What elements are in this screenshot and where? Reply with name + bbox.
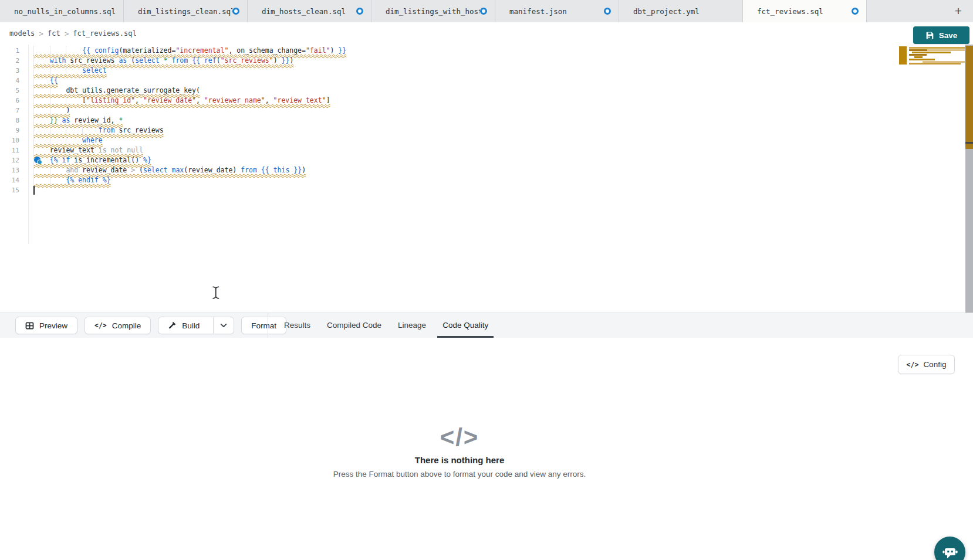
new-tab-button[interactable]: + <box>948 0 968 22</box>
line-number: 12 <box>0 155 19 165</box>
breadcrumb-segment[interactable]: fct <box>48 29 60 38</box>
config-button-label: Config <box>923 360 946 369</box>
tab-label: dim_listings_clean.sql <box>138 7 232 16</box>
dbt-ide-window: no_nulls_in_columns.sqldim_listings_clea… <box>0 0 973 560</box>
line-number: 2 <box>0 56 19 66</box>
code-line-3[interactable]: 3 select <box>0 66 957 76</box>
empty-state-subtitle: Press the Format button above to format … <box>225 470 694 478</box>
line-number: 15 <box>0 185 19 195</box>
empty-state: </> There is nothing here Press the Form… <box>225 423 694 478</box>
code-text: }} as review_id, * <box>33 116 123 125</box>
line-number: 4 <box>0 76 19 86</box>
breadcrumb-segment[interactable]: models <box>9 29 35 38</box>
code-text: select <box>33 66 107 76</box>
tab-label: fct_reviews.sql <box>757 7 823 16</box>
hammer-icon <box>168 321 177 330</box>
text-cursor-pointer <box>212 286 220 299</box>
unsaved-dot-icon <box>232 8 239 15</box>
code-line-10[interactable]: 10 where <box>0 135 957 145</box>
code-text: {{ config(materialized="incremental", on… <box>33 46 346 56</box>
line-number: 7 <box>0 106 19 116</box>
code-line-2[interactable]: 2 with src_reviews as (select * from {{ … <box>0 56 957 66</box>
code-text: ["listing_id", "review_date", "reviewer_… <box>33 96 330 106</box>
code-line-6[interactable]: 6 ["listing_id", "review_date", "reviewe… <box>0 96 957 106</box>
code-text: and review_date > (select max(review_dat… <box>33 165 306 175</box>
code-text: dbt_utils.generate_surrogate_key( <box>33 86 200 96</box>
tab-label: dbt_project.yml <box>633 7 700 16</box>
chevron-down-icon <box>219 321 228 330</box>
tab-no_nulls_in_columns.sql[interactable]: no_nulls_in_columns.sql <box>0 0 124 22</box>
line-number: 8 <box>0 116 19 125</box>
tab-dim_listings_clean.sql[interactable]: dim_listings_clean.sql <box>124 0 248 22</box>
tab-label: dim_listings_with_hosts.sql <box>386 7 480 16</box>
tab-fct_reviews.sql[interactable]: fct_reviews.sql <box>743 0 867 22</box>
tab-label: dim_hosts_clean.sql <box>262 7 346 16</box>
file-tab-bar: no_nulls_in_columns.sqldim_listings_clea… <box>0 0 973 22</box>
toolbar-buttons: Preview</>CompileBuildFormat <box>15 317 286 334</box>
button-label: Build <box>182 321 200 330</box>
code-editor[interactable]: 1 {{ config(materialized="incremental", … <box>0 45 973 313</box>
button-label: Format <box>251 321 276 330</box>
build-dropdown-button[interactable] <box>213 317 234 334</box>
tab-label: manifest.json <box>509 7 567 16</box>
breadcrumb: models>fct>fct_reviews.sql <box>9 29 137 38</box>
code-line-8[interactable]: 8 }} as review_id, * <box>0 116 957 125</box>
code-line-15[interactable]: 15 <box>0 185 957 195</box>
config-button[interactable]: </> Config <box>898 355 955 374</box>
text-caret <box>33 186 35 195</box>
code-quality-panel: </> Config </> There is nothing here Pre… <box>0 338 973 560</box>
line-number: 11 <box>0 145 19 155</box>
code-text: review_text is not null <box>33 145 143 155</box>
button-label: Compile <box>112 321 141 330</box>
tab-results[interactable]: Results <box>276 313 319 338</box>
code-line-1[interactable]: 1 {{ config(materialized="incremental", … <box>0 46 957 56</box>
result-tabs: ResultsCompiled CodeLineageCode Quality <box>276 313 496 338</box>
preview-button[interactable]: Preview <box>15 317 77 334</box>
line-number: 3 <box>0 66 19 76</box>
breadcrumb-segment[interactable]: fct_reviews.sql <box>73 29 136 38</box>
code-line-14[interactable]: 14 {% endif %} <box>0 175 957 185</box>
line-number: 10 <box>0 135 19 145</box>
chevron-right-icon: > <box>39 29 43 38</box>
tab-manifest.json[interactable]: manifest.json <box>495 0 619 22</box>
save-button[interactable]: Save <box>913 26 969 44</box>
code-icon: </> <box>907 361 919 369</box>
unsaved-dot-icon <box>852 8 859 15</box>
code-line-5[interactable]: 5 dbt_utils.generate_surrogate_key( <box>0 86 957 96</box>
code-text: {{ <box>33 76 58 86</box>
scrollbar-position-marker <box>965 142 973 144</box>
code-text: from src_reviews <box>33 125 164 135</box>
code-line-11[interactable]: 11 review_text is not null <box>0 145 957 155</box>
code-line-4[interactable]: 4 {{ <box>0 76 957 86</box>
tab-lineage[interactable]: Lineage <box>390 313 434 338</box>
save-icon <box>925 31 934 40</box>
toolbar-divider <box>268 313 268 338</box>
code-line-9[interactable]: 9 from src_reviews <box>0 125 957 135</box>
code-brackets-icon: </> <box>225 423 694 452</box>
line-number: 6 <box>0 96 19 106</box>
unsaved-dot-icon <box>356 8 363 15</box>
tab-dim_listings_with_hosts.sql[interactable]: dim_listings_with_hosts.sql <box>371 0 495 22</box>
button-label: Preview <box>39 321 67 330</box>
compile-button[interactable]: </>Compile <box>85 317 151 334</box>
table-icon <box>25 321 34 330</box>
empty-state-title: There is nothing here <box>225 455 694 465</box>
unsaved-dot-icon <box>604 8 611 15</box>
line-number: 5 <box>0 86 19 96</box>
code-line-7[interactable]: 7 ) <box>0 106 957 116</box>
tab-dim_hosts_clean.sql[interactable]: dim_hosts_clean.sql <box>248 0 371 22</box>
build-button[interactable]: Build <box>158 317 234 334</box>
scrollbar-warning-markers <box>965 46 973 149</box>
robot-icon <box>942 544 958 560</box>
tab-code-quality[interactable]: Code Quality <box>434 313 496 338</box>
chevron-right-icon: > <box>65 29 69 38</box>
code-line-13[interactable]: 13 and review_date > (select max(review_… <box>0 165 957 175</box>
code-line-12[interactable]: 12 {% if is_incremental() %} <box>0 155 957 165</box>
tab-compiled-code[interactable]: Compiled Code <box>319 313 390 338</box>
tab-dbt_project.yml[interactable]: dbt_project.yml <box>619 0 743 22</box>
code-icon: </> <box>94 321 107 330</box>
editor-scrollbar[interactable] <box>965 45 973 313</box>
save-button-label: Save <box>939 31 958 40</box>
code-text: with src_reviews as (select * from {{ re… <box>33 56 293 66</box>
unsaved-dot-icon <box>480 8 487 15</box>
